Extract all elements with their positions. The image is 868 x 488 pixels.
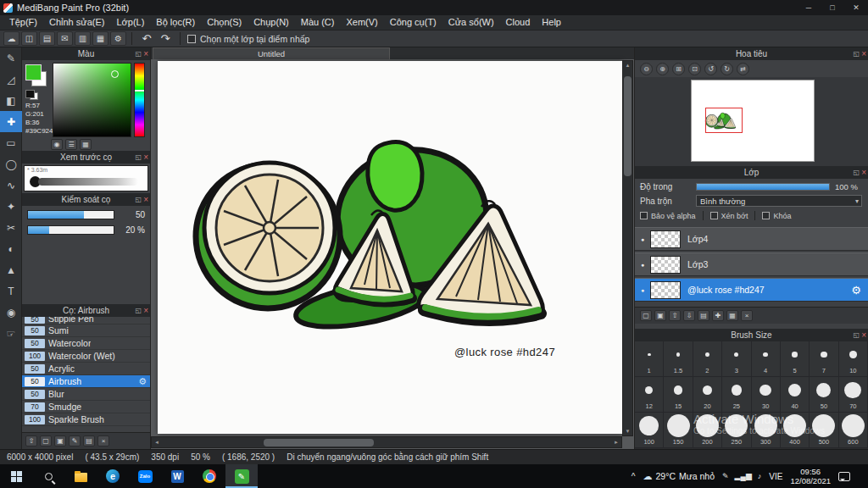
tray-expand[interactable]: ^ (632, 472, 636, 481)
popout-icon[interactable]: ◱ (136, 308, 142, 314)
protect-alpha-checkbox[interactable] (640, 212, 648, 219)
taskbar-word[interactable]: W (161, 464, 193, 488)
popout-icon[interactable]: ◱ (854, 51, 860, 58)
menu-item[interactable]: Xem(V) (340, 15, 383, 30)
navigator-thumbnail[interactable] (691, 80, 815, 162)
brush-size-option[interactable]: 3 (722, 341, 751, 377)
brush-size-option[interactable]: 100 (635, 413, 664, 448)
layer-settings-icon[interactable]: ⚙ (851, 284, 861, 297)
brush-size-option[interactable]: 400 (781, 413, 810, 448)
brush-opacity-slider[interactable] (27, 225, 114, 235)
shape-tool[interactable]: ▲ (0, 259, 22, 280)
close-icon[interactable]: × (143, 50, 148, 58)
visibility-icon[interactable]: ● (635, 287, 650, 293)
eyedropper-tool[interactable]: ◉ (0, 302, 22, 323)
brush-size-option[interactable]: 4 (752, 341, 781, 377)
eyedropper-icon[interactable]: ◉ (51, 139, 63, 150)
hand-tool[interactable]: ☞ (0, 323, 22, 344)
maximize-button[interactable]: □ (821, 0, 844, 15)
hue-cursor[interactable] (135, 90, 144, 92)
sliders-icon[interactable]: ☰ (65, 139, 77, 150)
brush-item[interactable]: 50Airbrush⚙ (22, 375, 150, 388)
edit-brush-icon[interactable]: ✎ (69, 435, 81, 446)
move-tool[interactable]: ✚ (0, 111, 22, 132)
brush-item[interactable]: 70Smudge (22, 401, 150, 413)
menu-item[interactable]: Công cụ(T) (384, 15, 442, 30)
clock[interactable]: 09:56 12/08/2021 (790, 467, 831, 485)
vertical-scrollbar[interactable]: ▲ ▼ (622, 60, 633, 436)
close-icon[interactable]: × (143, 196, 148, 204)
layer-opacity-slider[interactable] (696, 183, 830, 191)
lock-checkbox[interactable] (762, 212, 770, 219)
brush-item[interactable]: 50Blur (22, 388, 150, 401)
brush-size-option[interactable]: 40 (781, 377, 810, 413)
menu-item[interactable]: Cửa sổ(W) (442, 15, 500, 30)
tray-icon-0[interactable]: ✎ (722, 472, 729, 480)
popout-icon[interactable]: ◱ (854, 169, 860, 176)
saturation-value-picker[interactable] (53, 63, 131, 137)
language-indicator[interactable]: VIE (769, 472, 782, 481)
duplicate-brush-icon[interactable]: ▣ (54, 435, 66, 446)
close-icon[interactable]: × (143, 153, 148, 162)
scroll-down-arrow[interactable]: ▼ (623, 427, 632, 435)
vertical-scroll-thumb[interactable] (624, 76, 632, 176)
tray-icon-1[interactable]: ▂▄▆ (735, 472, 752, 480)
brush-size-option[interactable]: 20 (693, 377, 722, 413)
document-tab[interactable]: Untitled (153, 47, 390, 59)
layer-item[interactable]: ●@luck rose #hd247⚙ (635, 278, 868, 302)
open-file-icon[interactable]: ◫ (21, 31, 37, 46)
export-icon[interactable]: ▥ (75, 31, 91, 46)
brush-settings-icon[interactable]: ⚙ (138, 376, 147, 387)
brush-size-option[interactable]: 300 (752, 413, 781, 448)
redo-button[interactable]: ↷ (156, 31, 175, 46)
brush-size-option[interactable]: 150 (664, 413, 693, 448)
brush-up-icon[interactable]: ⇧ (25, 435, 37, 446)
brush-item[interactable]: 50Acrylic (22, 363, 150, 375)
menu-item[interactable]: Cloud (500, 15, 537, 30)
add-brush-icon[interactable]: ▢ (40, 435, 52, 446)
close-icon[interactable]: × (143, 307, 148, 315)
layer-item[interactable]: ●Lớp4 (635, 227, 868, 251)
brush-size-option[interactable]: 12 (635, 377, 664, 413)
brush-size-option[interactable]: 500 (810, 413, 838, 448)
brush-item[interactable]: 100Watercolor (Wet) (22, 350, 150, 363)
brush-size-option[interactable]: 10 (839, 341, 868, 377)
duplicate-layer-icon[interactable]: ▣ (654, 310, 666, 321)
gradient-tool[interactable]: ◐ (0, 238, 22, 259)
palette-grid-icon[interactable]: ▦ (80, 139, 92, 150)
brush-size-option[interactable]: 600 (839, 413, 868, 448)
popout-icon[interactable]: ◱ (136, 154, 142, 161)
eraser-tool[interactable]: ◿ (0, 69, 22, 90)
notification-icon[interactable] (838, 472, 850, 481)
grid-view-icon[interactable]: ▦ (92, 31, 108, 46)
tray-icon-2[interactable]: ♪ (758, 472, 762, 480)
magic-wand-tool[interactable]: ✦ (0, 196, 22, 217)
brush-size-option[interactable]: 7 (810, 341, 838, 377)
merge-layer-icon[interactable]: ✚ (712, 310, 724, 321)
popout-icon[interactable]: ◱ (136, 51, 142, 58)
close-icon[interactable]: × (861, 169, 866, 177)
brush-size-option[interactable]: 2 (693, 341, 722, 377)
brush-size-slider[interactable] (27, 210, 114, 219)
scroll-up-arrow[interactable]: ▲ (623, 61, 632, 69)
brush-size-option[interactable]: 1.5 (664, 341, 693, 377)
close-button[interactable]: ✕ (844, 0, 868, 15)
brush-size-option[interactable]: 250 (722, 413, 751, 448)
clipping-checkbox[interactable] (710, 212, 718, 219)
close-icon[interactable]: × (861, 50, 866, 58)
visibility-icon[interactable]: ● (635, 236, 650, 242)
select-rect-tool[interactable]: ▭ (0, 132, 22, 153)
brush-size-option[interactable]: 5 (781, 341, 810, 377)
hue-slider[interactable] (134, 63, 145, 137)
rotate-ccw-icon[interactable]: ↺ (704, 63, 717, 75)
text-tool[interactable]: T (0, 280, 22, 302)
layer-folder-icon[interactable]: ▤ (698, 310, 709, 321)
zoom-out-icon[interactable]: ⊖ (640, 63, 653, 75)
brush-size-option[interactable]: 50 (810, 377, 838, 413)
taskbar-edge[interactable]: e (97, 464, 129, 488)
layer-grid-icon[interactable]: ▦ (726, 310, 738, 321)
delete-layer-icon[interactable]: × (741, 310, 753, 321)
scroll-left-arrow[interactable]: ◄ (152, 437, 162, 447)
brush-size-option[interactable]: 70 (839, 377, 868, 413)
lasso-tool[interactable]: ∿ (0, 175, 22, 196)
